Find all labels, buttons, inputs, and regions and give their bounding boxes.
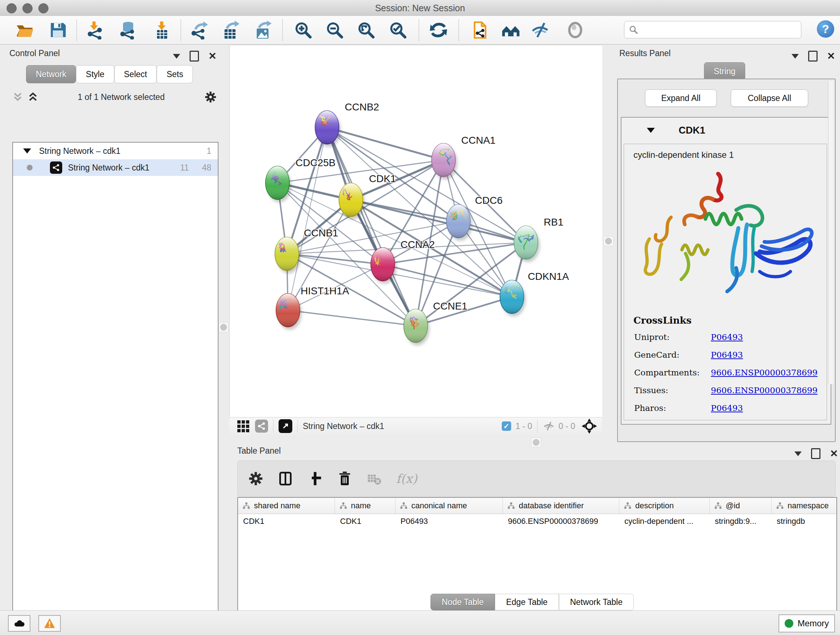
protein-section-header[interactable]: CDK1 [622,118,831,143]
crosslink-link[interactable]: 9606.ENSP00000378699 [711,386,818,395]
open-in-window-icon[interactable] [279,419,292,433]
tab-network[interactable]: Network [26,65,76,83]
zoom-out-button[interactable] [321,19,348,42]
memory-button[interactable]: Memory [778,614,835,632]
network-node-CDKN1A[interactable] [500,280,526,317]
cloud-status-button[interactable] [8,615,30,632]
panel-float-icon[interactable] [811,448,821,459]
hidden-items-eye-icon[interactable] [543,420,555,432]
network-node-CCNA2[interactable] [371,248,396,284]
crosslink-label: Uniprot: [634,333,711,342]
apply-layout-button[interactable] [425,19,452,42]
collapse-all-button[interactable]: Collapse All [731,89,808,107]
table-cell[interactable]: P06493 [395,514,503,529]
panel-float-icon[interactable] [808,51,818,62]
network-node-CCNE1[interactable] [404,309,429,345]
tab-select[interactable]: Select [114,65,157,83]
column-header-database-identifier[interactable]: database identifier [503,498,619,514]
collection-expand-icon[interactable] [23,149,31,154]
network-node-CCNB2[interactable] [315,111,341,147]
column-header--id[interactable]: @id [710,498,772,514]
panel-menu-icon[interactable] [794,451,802,456]
expand-all-icon[interactable] [27,92,38,103]
tab-network-table[interactable]: Network Table [559,594,634,610]
panel-close-icon[interactable]: ✕ [830,449,838,458]
column-header-shared-name[interactable]: shared name [238,498,335,514]
column-header-namespace[interactable]: namespace [772,498,837,514]
table-cell[interactable]: stringdb:9... [710,514,772,529]
clipboard-network-button[interactable] [467,19,493,42]
help-icon[interactable]: ? [817,20,834,38]
section-collapse-icon[interactable] [647,128,655,133]
crosslink-label: Pharos: [634,403,711,413]
tab-style[interactable]: Style [76,65,114,83]
table-row[interactable]: CDK1CDK1P064939606.ENSP00000378699cyclin… [238,514,836,529]
results-panel-window-controls: ✕ [791,51,835,62]
network-node-RB1[interactable] [514,226,540,262]
panel-close-icon[interactable]: ✕ [827,52,835,60]
panel-menu-icon[interactable] [791,54,799,59]
network-collection-row[interactable]: String Network – cdk1 1 [13,143,218,159]
network-options-gear-icon[interactable] [204,90,217,103]
export-network-button[interactable] [186,19,213,42]
task-warnings-button[interactable] [38,615,61,632]
save-session-button[interactable] [44,19,71,42]
network-edge[interactable] [288,127,327,310]
tab-edge-table[interactable]: Edge Table [495,594,559,610]
network-style-icon[interactable] [255,420,268,432]
table-cell[interactable]: CDK1 [238,514,335,529]
shared-column-icon [507,502,515,510]
hide-panel-eye-button[interactable] [527,19,554,42]
column-header-canonical-name[interactable]: canonical name [395,498,503,514]
tab-node-table[interactable]: Node Table [431,594,495,610]
panel-close-icon[interactable]: ✕ [208,52,217,60]
results-scrollbar[interactable] [828,81,834,384]
function-builder-icon[interactable]: f(x) [396,471,417,486]
left-splitter-grip[interactable] [218,322,229,333]
right-splitter-grip[interactable] [603,236,614,246]
column-header-description[interactable]: description [619,498,710,514]
table-cell[interactable]: 9606.ENSP00000378699 [503,514,619,529]
import-network-database-button[interactable] [114,19,141,42]
collapse-all-icon[interactable] [12,92,23,103]
network-node-CCNB1[interactable] [275,237,301,273]
open-session-button[interactable] [11,19,38,42]
show-columns-icon[interactable] [278,470,294,486]
zoom-fit-button[interactable] [353,19,379,42]
column-header-name[interactable]: name [335,498,395,514]
panel-menu-icon[interactable] [173,54,180,59]
tab-sets[interactable]: Sets [156,65,193,83]
shared-column-icon [776,502,784,510]
network-node-HIST1H1A[interactable] [276,294,302,330]
export-image-button[interactable] [249,19,276,42]
selected-nodes-checkbox[interactable]: ✓ [502,421,511,431]
add-column-icon[interactable] [307,470,323,486]
import-table-file-button[interactable] [148,19,175,42]
import-network-file-button[interactable] [81,19,108,42]
fit-content-crosshair-icon[interactable] [582,418,597,434]
birds-eye-grid-icon[interactable] [237,420,249,432]
crosslink-link[interactable]: P06493 [711,350,743,359]
table-cell[interactable]: cyclin-dependent ... [619,514,710,529]
home-pages-button[interactable] [497,19,524,42]
control-panel-title: Control Panel [9,49,60,58]
crosslink-link[interactable]: P06493 [711,333,743,342]
crosslink-link[interactable]: P06493 [711,403,743,413]
export-table-button[interactable] [218,19,244,42]
delete-column-trash-icon[interactable] [337,470,353,486]
expand-all-button[interactable]: Expand All [645,89,717,107]
zoom-in-button[interactable] [290,19,317,42]
table-cell[interactable]: CDK1 [335,514,395,529]
search-input[interactable] [641,25,801,35]
network-edge[interactable] [288,310,416,326]
table-cell[interactable]: stringdb [772,514,837,529]
panel-float-icon[interactable] [189,51,199,62]
zoom-selected-button[interactable] [385,19,411,42]
show-panel-eye-button[interactable] [562,19,589,42]
tab-string[interactable]: String [704,62,745,80]
network-canvas[interactable]: CCNB2CCNA1CDC25BCDK1CDC6RB1CCNB1CCNA2CDK… [229,45,602,417]
table-settings-gear-icon[interactable] [248,470,264,486]
crosslink-link[interactable]: 9606.ENSP00000378699 [711,368,818,377]
delete-table-icon[interactable] [366,470,382,486]
network-row[interactable]: String Network – cdk1 11 48 [13,159,218,176]
